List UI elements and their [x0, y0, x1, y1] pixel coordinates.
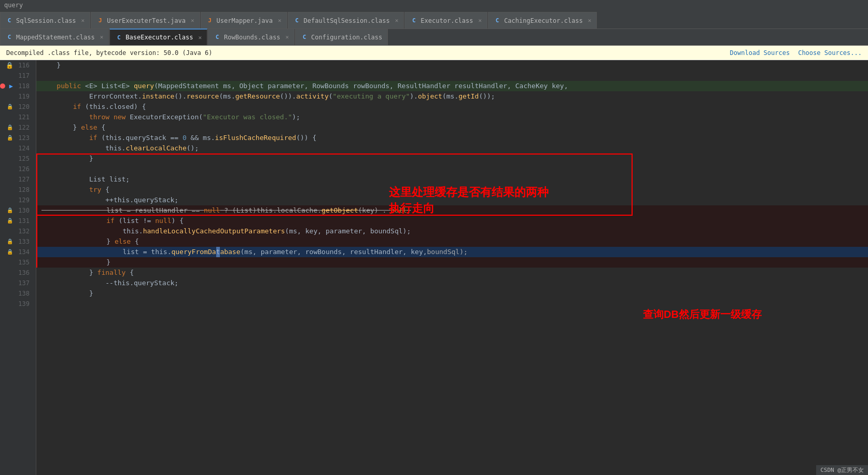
tab-configuration[interactable]: C Configuration.class: [295, 29, 388, 45]
window-title: query: [0, 0, 868, 10]
gutter-row-120: 🔒 120: [0, 102, 32, 112]
gutter-row-135: 135: [0, 257, 32, 268]
gutter-row-137: 137: [0, 278, 32, 288]
tab-cachingexecutor[interactable]: C CachingExecutor.class ✕: [488, 12, 597, 29]
bp-dot-116: [0, 63, 4, 68]
download-sources-link[interactable]: Download Sources: [730, 49, 790, 57]
tab-bar-top: C SqlSession.class ✕ J UserExecuterTest.…: [0, 10, 868, 29]
code-line-123: if (this.queryStack == 0 && ms.isFlushCa…: [36, 133, 868, 143]
code-line-139: [36, 299, 868, 309]
tab-mappedstatement[interactable]: C MappedStatement.class ✕: [0, 29, 109, 45]
code-line-135: }: [36, 257, 868, 268]
tab-icon-userexecutertest: J: [96, 17, 104, 24]
bp-dot-122: [0, 125, 5, 130]
gutter-row-119: 119: [0, 91, 32, 102]
bp-dot-136: [0, 270, 5, 275]
bp-dot-117: [0, 73, 5, 78]
info-bar-links: Download Sources Choose Sources...: [730, 49, 862, 57]
code-line-125: }: [36, 153, 868, 164]
bp-dot-133: [0, 239, 5, 244]
bp-dot-135: [0, 260, 5, 265]
code-line-119: ErrorContext.instance().resource(ms.getR…: [36, 91, 868, 102]
choose-sources-link[interactable]: Choose Sources...: [798, 49, 862, 57]
bp-dot-132: [0, 229, 5, 234]
code-line-122: } else {: [36, 122, 868, 133]
code-content: } public <E> List<E> query(MappedStateme…: [36, 60, 868, 475]
gutter-row-118: ▶ 118: [0, 81, 32, 91]
gutter-row-131: 🔒 131: [0, 216, 32, 226]
gutter-row-128: 128: [0, 185, 32, 195]
gutter-row-133: 🔒 133: [0, 236, 32, 247]
code-line-121: throw new ExecutorException("Executor wa…: [36, 112, 868, 122]
tab-sqlsession[interactable]: C SqlSession.class ✕: [0, 12, 90, 29]
bp-dot-139: [0, 301, 5, 306]
bp-dot-123: [0, 135, 5, 141]
tab-close-userexecutertest[interactable]: ✕: [191, 17, 194, 24]
code-line-138: }: [36, 288, 868, 299]
bp-dot-119: [0, 94, 5, 99]
gutter-row-138: 138: [0, 288, 32, 299]
tab-close-baseexecutor[interactable]: ✕: [198, 34, 202, 41]
line-numbers: 🔒 116 117 ▶ 118 119: [0, 60, 36, 309]
tab-icon-mappedstatement: C: [6, 34, 13, 41]
code-line-118: public <E> List<E> query(MappedStatement…: [36, 81, 868, 91]
tab-usermapper[interactable]: J UserMapper.java ✕: [201, 12, 287, 29]
tab-close-mappedstatement[interactable]: ✕: [100, 34, 104, 40]
code-line-116: }: [36, 60, 868, 71]
tab-icon-executor: C: [410, 17, 417, 24]
code-line-134: list = this.queryFromDatabase(ms, parame…: [36, 247, 868, 257]
gutter-row-130: 🔒 130: [0, 205, 32, 216]
code-line-133: } else {: [36, 236, 868, 247]
status-bar: CSDN @正男不女: [816, 465, 868, 475]
gutter-row-117: 117: [0, 71, 32, 81]
tab-icon-sqlsession: C: [6, 17, 13, 24]
gutter-row-129: 129: [0, 195, 32, 205]
code-line-117: [36, 71, 868, 81]
tab-executor[interactable]: C Executor.class ✕: [404, 12, 487, 29]
bp-dot-129: [0, 198, 5, 203]
bp-dot-120: [0, 104, 5, 109]
code-area: 🔒 116 117 ▶ 118 119: [0, 60, 868, 475]
tab-defaultsqlsession[interactable]: C DefaultSqlSession.class ✕: [288, 12, 404, 29]
code-line-131: if (list != null) {: [36, 216, 868, 226]
bp-dot-128: [0, 187, 5, 192]
gutter-row-126: 126: [0, 164, 32, 174]
bp-dot-138: [0, 291, 5, 296]
gutter-row-121: 121: [0, 112, 32, 122]
tab-icon-baseexecutor: C: [115, 34, 122, 41]
tab-close-defaultsqlsession[interactable]: ✕: [395, 17, 399, 24]
tab-baseexecutor[interactable]: C BaseExecutor.class ✕: [109, 29, 207, 45]
tab-close-executor[interactable]: ✕: [479, 17, 482, 24]
gutter-row-124: 124: [0, 143, 32, 153]
tab-close-sqlsession[interactable]: ✕: [81, 17, 85, 24]
code-line-128: try {: [36, 185, 868, 195]
code-line-120: if (this.closed) {: [36, 102, 868, 112]
bp-dot-130: [0, 208, 5, 213]
bp-dot-134: [0, 249, 5, 255]
bp-dot-125: [0, 156, 5, 161]
tab-icon-rowbounds: C: [214, 34, 221, 41]
gutter-row-122: 🔒 122: [0, 122, 32, 133]
tab-rowbounds[interactable]: C RowBounds.class ✕: [208, 29, 295, 45]
bp-dot-126: [0, 166, 5, 172]
chinese-annotation-2: 查询DB然后更新一级缓存: [643, 309, 762, 319]
gutter: 🔒 116 117 ▶ 118 119: [0, 60, 36, 475]
code-line-127: List list;: [36, 174, 868, 185]
code-line-132: this.handleLocallyCachedOutputParameters…: [36, 226, 868, 236]
code-line-126: [36, 164, 868, 174]
bp-dot-127: [0, 177, 5, 182]
tab-close-cachingexecutor[interactable]: ✕: [588, 17, 592, 24]
tab-icon-configuration: C: [301, 34, 308, 41]
gutter-row-132: 132: [0, 226, 32, 236]
bp-dot-121: [0, 115, 5, 120]
tab-userexecutertest[interactable]: J UserExecuterTest.java ✕: [91, 12, 200, 29]
code-line-130: list = resultHandler == null ? (List)thi…: [36, 205, 868, 216]
gutter-row-139: 139: [0, 299, 32, 309]
tab-close-usermapper[interactable]: ✕: [278, 17, 282, 24]
gutter-row-123: 🔒 123: [0, 133, 32, 143]
tab-close-rowbounds[interactable]: ✕: [285, 34, 289, 40]
gutter-row-134: 🔒 134: [0, 247, 32, 257]
gutter-row-116: 🔒 116: [0, 60, 32, 71]
tab-bar-second: C MappedStatement.class ✕ C BaseExecutor…: [0, 29, 868, 46]
tab-icon-cachingexecutor: C: [494, 17, 501, 24]
